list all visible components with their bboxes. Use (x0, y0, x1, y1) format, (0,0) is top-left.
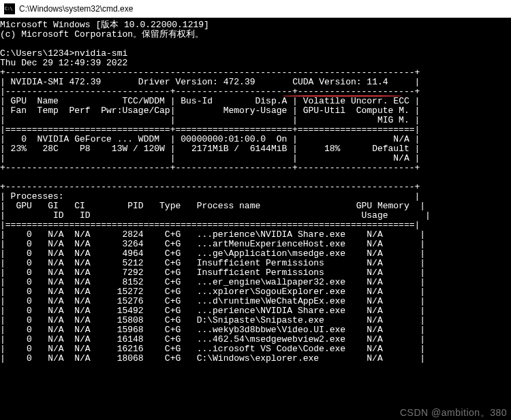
proc-title: Processes: (11, 191, 64, 201)
table-row: 0 N/A N/A 15968 C+G ...wekyb3d8bbwe\Vide… (11, 325, 415, 335)
gpu-row-2a: 23% 28C P8 13W / 120W (5, 144, 165, 154)
col-h2a: Bus-Id Disp.A (181, 96, 287, 106)
window-titlebar[interactable]: C:\Windows\system32\cmd.exe (0, 0, 511, 18)
table-row: 0 N/A N/A 16148 C+G ...462.54\msedgewebv… (11, 334, 415, 344)
highlight-underline (282, 95, 402, 97)
col-h3b: GPU-Util Compute M. (303, 106, 409, 116)
table-row: 0 N/A N/A 15276 C+G ...d\runtime\WeChatA… (11, 296, 415, 306)
table-row: 0 N/A N/A 16216 C+G ...icrosoft VS Code\… (11, 344, 415, 354)
cmd-icon (4, 3, 15, 14)
terminal-output[interactable]: Microsoft Windows [版本 10.0.22000.1219] (… (0, 18, 511, 364)
gpu-row-1b: 00000000:01:00.0 On (181, 134, 287, 144)
gpu-row-2b: 2171MiB / 6144MiB (191, 144, 287, 154)
gpu-row-1a: 0 NVIDIA GeForce ... WDDM (11, 134, 165, 144)
cuda-version: 11.4 (367, 77, 388, 87)
table-row: 0 N/A N/A 15808 C+G D:\Snipaste\Snipaste… (11, 315, 415, 325)
table-row: 0 N/A N/A 15492 C+G ...perience\NVIDIA S… (11, 306, 415, 316)
proc-head-1: GPU GI CI PID Type Process name GPU Memo… (11, 201, 415, 211)
gpu-row-1c: N/A (393, 134, 409, 144)
banner-line1: Microsoft Windows [版本 10.0.22000.1219] (0, 20, 209, 30)
nvsmi-version: 472.39 (69, 77, 101, 87)
col-h3a: Volatile Uncorr. ECC (303, 96, 409, 106)
cmd-window: C:\Windows\system32\cmd.exe Microsoft Wi… (0, 0, 511, 420)
table-row: 0 N/A N/A 7292 C+G Insufficient Permissi… (11, 268, 415, 278)
window-title: C:\Windows\system32\cmd.exe (19, 4, 133, 14)
table-row: 0 N/A N/A 3264 C+G ...artMenuExperienceH… (11, 239, 415, 249)
table-row: 0 N/A N/A 18068 C+G C:\Windows\explorer.… (11, 353, 415, 364)
proc-head-2: ID ID Usage (11, 210, 420, 221)
table-row: 0 N/A N/A 5212 C+G Insufficient Permissi… (11, 258, 415, 268)
cuda-label: CUDA Version: (292, 77, 361, 87)
table-row: 0 N/A N/A 8152 C+G ...er_engine\wallpape… (11, 277, 415, 287)
driver-label: Driver Version: (138, 77, 218, 87)
col-h1b: Fan Temp Perf Pwr:Usage/Cap (11, 106, 170, 116)
col-h2b: Memory-Usage (223, 106, 288, 116)
nvsmi-label: NVIDIA-SMI (11, 77, 64, 87)
driver-version: 472.39 (223, 77, 256, 87)
gpu-row-3c: N/A (393, 153, 409, 163)
prompt-path: C:\Users\1234> (0, 48, 74, 59)
table-row: 0 N/A N/A 2824 C+G ...perience\NVIDIA Sh… (11, 229, 415, 240)
smi-timestamp: Thu Dec 29 12:49:39 2022 (0, 58, 127, 68)
col-h3c: MIG M. (377, 115, 409, 125)
col-h1a: GPU Name TCC/WDDM (11, 96, 165, 106)
gpu-row-2c: 18% Default (324, 144, 409, 154)
table-row: 0 N/A N/A 4964 C+G ...ge\Application\mse… (11, 248, 415, 259)
watermark: CSDN @ambition。380 (400, 408, 507, 417)
banner-line2: (c) Microsoft Corporation。保留所有权利。 (0, 29, 204, 39)
prompt-command: nvidia-smi (74, 48, 127, 59)
table-row: 0 N/A N/A 15272 C+G ...xplorer\SogouExpl… (11, 287, 415, 297)
